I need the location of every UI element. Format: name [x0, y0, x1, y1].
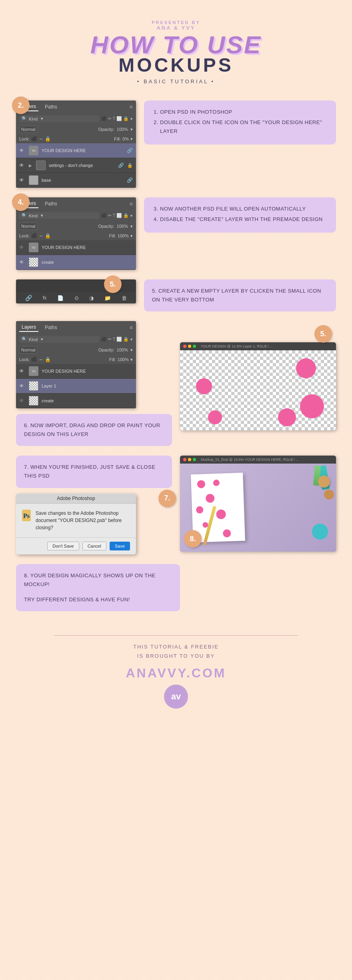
eye-icon-4: 👁 [19, 245, 24, 250]
header: PRESENTED BY ANA & YVY HOW TO USE MOCKUP… [16, 8, 336, 92]
kind-dropdown-1: ▾ [41, 116, 43, 121]
design-canvas-1 [180, 350, 336, 430]
polka-dot-4 [208, 410, 222, 424]
panel-menu-icon-2: ≡ [130, 201, 133, 207]
opacity-value-1: 100% [117, 127, 128, 132]
ps-panel-4: Layers Paths ≡ 🔍 Kind ▾ ⬛ ✏ T ⬜ 🔒 ● No [16, 321, 136, 408]
cancel-button-1[interactable]: Cancel [82, 542, 106, 550]
page-wrapper: PRESENTED BY ANA & YVY HOW TO USE MOCKUP… [0, 0, 352, 733]
bottom-link-icon: 🔗 [25, 295, 32, 301]
author-label: ANA & YVY [16, 25, 336, 31]
search-icon-1: 🔍 [22, 116, 27, 121]
footer-brand[interactable]: ANAVVY.COM [24, 666, 328, 681]
lock-icons-2: ⬛ ↔ 🔒 [31, 233, 51, 239]
layer-layer1-4[interactable]: 👁 Layer 1 [16, 379, 136, 394]
layer-base-1[interactable]: 👁 base 🔗 [16, 173, 136, 188]
save-button-1[interactable]: Save [110, 542, 130, 550]
section-1: 2. Layers Paths ≡ 🔍 Kind ▾ ⬛ ✏ T ⬜ 🔒 ● [16, 100, 336, 188]
fill-arrow-2: ▾ [130, 233, 133, 239]
adobe-dialog-body-1: Ps Save changes to the Adobe Photoshop d… [16, 504, 136, 537]
layer-name-layer1-4: Layer 1 [42, 384, 133, 388]
opacity-arrow-2: ▾ [130, 224, 133, 229]
bottom-new-layer-icon[interactable]: 📄 [57, 295, 64, 301]
search-field-2[interactable]: 🔍 Kind ▾ [19, 212, 99, 219]
presented-by-label: PRESENTED BY [16, 20, 336, 25]
footer: THIS TUTORIAL & FREEBIE IS BROUGHT TO YO… [16, 623, 336, 717]
fill-label-1: Fill: [114, 137, 121, 141]
opacity-arrow-1: ▾ [130, 127, 133, 132]
dot-yellow-1 [188, 345, 191, 348]
eye-icon-2: 👁 [19, 163, 24, 168]
search-field-1[interactable]: 🔍 Kind ▾ [19, 115, 99, 122]
section-4: Layers Paths ≡ 🔍 Kind ▾ ⬛ ✏ T ⬜ 🔒 ● No [16, 321, 336, 446]
layer-name-your-design-1: YOUR DESIGN HERE [42, 148, 124, 153]
design-preview-window: YOUR DESIGN @ 11.6% Layer 1, RGLB / ... [180, 342, 336, 430]
bottom-trash-icon[interactable]: 🗑 [122, 295, 127, 301]
step-2-text: DOUBLE CLICK ON THE ICON ON THE "YOUR DE… [160, 118, 328, 136]
search-field-4[interactable]: 🔍 Kind ▾ [19, 336, 99, 343]
thumb-create-2 [29, 257, 38, 267]
lock-label-1: Lock: [19, 137, 30, 141]
search-row-4: 🔍 Kind ▾ ⬛ ✏ T ⬜ 🔒 ● [16, 334, 136, 345]
fill-value-2: 100% [118, 233, 129, 238]
opacity-value-4: 100% [117, 347, 128, 352]
panel-section-4: Layers Paths ≡ 🔍 Kind ▾ ⬛ ✏ T ⬜ 🔒 ● No [16, 321, 172, 408]
panel-section-1: 2. Layers Paths ≡ 🔍 Kind ▾ ⬛ ✏ T ⬜ 🔒 ● [16, 100, 136, 188]
ps-panel-header-2: Layers Paths ≡ [16, 197, 136, 210]
polka-dot-5 [278, 408, 296, 426]
dialog-content: Ps Save changes to the Adobe Photoshop d… [22, 510, 130, 531]
paths-tab-4[interactable]: Paths [42, 323, 60, 331]
layer-create-2[interactable]: 👁 create [16, 255, 136, 270]
lock-row-1: Lock: ⬛ ↔ 🔒 Fill: 0% ▾ [16, 135, 136, 143]
instruction-box-3: 5. CREATE A NEW EMPTY LAYER BY CLICKEN T… [144, 279, 336, 311]
fill-arrow-1: ▾ [130, 137, 133, 142]
step-4-circle: 4. [12, 193, 30, 211]
layer-name-create-2: create [42, 260, 133, 265]
dialog-message: Save changes to the Adobe Photoshop docu… [36, 510, 130, 531]
ps-logo-icon: Ps [22, 510, 31, 521]
layer-your-design-4[interactable]: 👁 YD YOUR DESIGN HERE [16, 364, 136, 379]
lock-icons-4: ⬛ ↔ 🔒 [31, 357, 51, 362]
normal-dropdown-1[interactable]: Normal [19, 126, 37, 133]
dont-save-button[interactable]: Don't Save [47, 542, 79, 550]
step-3-text: NOW ANOTHER PSD FILE WILL OPEN AUTOMATIC… [160, 205, 328, 213]
ps-panel-2: Layers Paths ≡ 🔍 Kind ▾ ⬛ ✏ T ⬜ 🔒 ● Norm… [16, 197, 136, 270]
layer-settings-1[interactable]: 👁 ▶ settings - don't change 🔗 🔒 [16, 158, 136, 173]
footer-line1: THIS TUTORIAL & FREEBIE [24, 642, 328, 651]
normal-row-4: Normal Opacity: 100% ▾ [16, 345, 136, 355]
kind-label-1: Kind [29, 116, 38, 121]
layer-create-4[interactable]: 👁 create [16, 394, 136, 408]
instruction-box-6: 8. YOUR DESIGN MAGICALLY SHOWS UP ON THE… [16, 564, 180, 611]
layer-name-your-design-2: YOUR DESIGN HERE [42, 245, 133, 250]
search-icon-2: 🔍 [22, 213, 27, 218]
search-row-2: 🔍 Kind ▾ ⬛ ✏ T ⬜ 🔒 ● [16, 210, 136, 221]
fill-value-1: 0% [122, 137, 129, 141]
ps-panel-header-4: Layers Paths ≡ [16, 321, 136, 334]
bottom-adj-icon: ◑ [89, 295, 94, 301]
paths-tab-2[interactable]: Paths [42, 200, 60, 208]
eye-icon-8: 👁 [19, 398, 24, 404]
layer-name-base-1: base [42, 178, 124, 183]
layer-name-create-4: create [42, 398, 133, 403]
eye-icon-7: 👁 [19, 383, 24, 389]
paper-dot-7 [223, 529, 231, 538]
normal-dropdown-2[interactable]: Normal [19, 223, 37, 230]
ps-bottom-bar-1: 🔗 fx 📄 ⊙ ◑ 📁 🗑 [16, 292, 136, 303]
layer-your-design-1[interactable]: 👁 YD YOUR DESIGN HERE 🔗 [16, 143, 136, 158]
opacity-value-2: 100% [117, 224, 128, 229]
fill-label-4: Fill: [109, 357, 116, 362]
step-2-circle: 2. [12, 96, 30, 114]
ps-icons-4: ⬛ ✏ T ⬜ 🔒 ● [101, 337, 133, 342]
bottom-fx-label: fx [43, 295, 46, 301]
polka-dot-1 [296, 358, 316, 378]
step-5-circle-a: 5. [104, 275, 122, 293]
paths-tab-1[interactable]: Paths [42, 103, 60, 111]
polka-dot-2 [196, 378, 212, 394]
normal-dropdown-4[interactable]: Normal [19, 346, 37, 353]
footer-logo-circle: av [164, 685, 188, 709]
layer-your-design-2[interactable]: 👁 YD YOUR DESIGN HERE [16, 240, 136, 255]
layers-tab-4[interactable]: Layers [19, 323, 38, 332]
final-mockup-scene [180, 464, 336, 552]
thumb-layer1-4 [29, 381, 38, 391]
right-section-5: 8. Mockup_01_final @ 18.8% YOUR DESIGN H… [180, 456, 336, 552]
